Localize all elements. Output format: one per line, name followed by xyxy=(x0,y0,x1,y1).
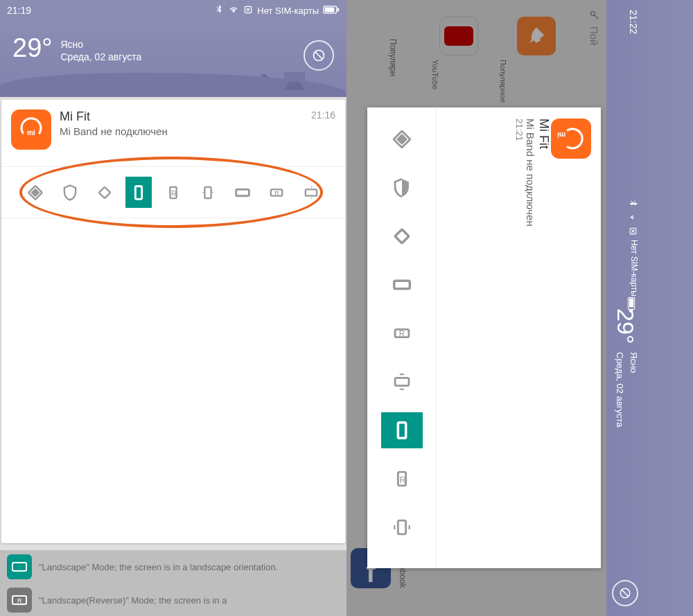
svg-text:R: R xyxy=(398,329,404,337)
date-text: Среда, 02 августа xyxy=(60,51,141,62)
notification-card[interactable]: mi Mi Fit Mi Band не подключен 21:16 xyxy=(1,100,345,543)
bluetooth-icon xyxy=(214,5,224,17)
landscape-reverse-mode-text: "Landscape(Reverse)" Mode; the screen is… xyxy=(39,595,227,606)
weather-condition: Ясно xyxy=(629,352,639,427)
weather-widget[interactable]: 29° Ясно Среда, 02 августа xyxy=(12,33,141,63)
svg-rect-4 xyxy=(337,8,340,11)
svg-rect-5 xyxy=(325,8,335,12)
temperature: 29° xyxy=(12,33,52,63)
weather-condition: Ясно xyxy=(60,39,141,50)
battery-icon xyxy=(624,301,639,308)
portrait-sensor-toggle[interactable] xyxy=(195,177,221,208)
wifi-icon xyxy=(228,4,239,17)
svg-rect-38 xyxy=(398,520,405,534)
svg-rect-13 xyxy=(98,186,109,197)
orientation-toggle-row: R R xyxy=(1,166,345,218)
no-sim-icon xyxy=(243,5,253,17)
landscape-screenshot: Популярн YouTube Популярное Пой f Facebo… xyxy=(346,0,693,616)
svg-rect-44 xyxy=(630,310,633,311)
status-time: 21:19 xyxy=(7,5,31,16)
svg-text:R: R xyxy=(274,189,279,196)
svg-text:R: R xyxy=(171,188,177,197)
sim-text: Нет SIM-карты xyxy=(624,240,639,297)
svg-line-47 xyxy=(622,590,629,597)
rotate-free-toggle[interactable] xyxy=(91,177,118,208)
svg-rect-31 xyxy=(394,281,410,288)
portrait-sensor-toggle[interactable] xyxy=(381,509,423,545)
background-list-peek: "Landscape" Mode; the screen is in a lan… xyxy=(0,550,346,616)
svg-text:R: R xyxy=(17,597,22,604)
portrait-screenshot: 21:19 Нет SIM-карты 29° Ясно Среда, 02 xyxy=(0,0,346,616)
no-sim-icon xyxy=(624,227,639,236)
bluetooth-icon xyxy=(624,198,639,208)
temperature: 29° xyxy=(612,308,639,344)
notification-shade-header: 29° Ясно Среда, 02 августа xyxy=(0,21,346,97)
notification-time: 21:16 xyxy=(311,109,335,121)
notification-title: Mi Fit xyxy=(60,109,303,124)
landscape-toggle[interactable] xyxy=(381,267,423,303)
notification-time: 21:21 xyxy=(514,118,525,557)
portrait-toggle[interactable] xyxy=(381,412,423,448)
status-bar: 21:19 Нет SIM-карты xyxy=(0,0,346,21)
svg-rect-30 xyxy=(394,229,408,243)
svg-text:mi: mi xyxy=(557,131,565,139)
landscape-reverse-mode-icon: R xyxy=(7,588,32,613)
guard-toggle[interactable] xyxy=(57,177,83,208)
landscape-reverse-toggle[interactable]: R xyxy=(381,315,423,351)
mifit-app-icon: mi xyxy=(11,109,51,150)
landscape-sensor-toggle[interactable] xyxy=(381,364,423,400)
notification-body: Mi Band не подключен xyxy=(525,118,536,557)
sim-text: Нет SIM-карты xyxy=(257,6,319,16)
rotate-free-toggle[interactable] xyxy=(381,218,423,254)
notification-title: Mi Fit xyxy=(536,118,551,554)
landscape-mode-icon xyxy=(7,554,32,579)
notification-shade-header-landscape: 21:22 Нет SIM-карты 29° xyxy=(606,0,693,616)
landscape-reverse-toggle[interactable]: R xyxy=(263,177,290,208)
battery-icon xyxy=(323,5,340,16)
clear-all-button[interactable] xyxy=(612,580,638,606)
guard-toggle[interactable] xyxy=(381,170,423,206)
svg-rect-21 xyxy=(306,189,317,195)
auto-rotate-toggle[interactable] xyxy=(22,177,49,208)
svg-rect-22 xyxy=(12,563,26,571)
portrait-reverse-toggle[interactable]: R xyxy=(381,461,423,497)
notification-card-landscape[interactable]: R R mi Mi Fit Mi Band не подключен 21:21 xyxy=(367,107,601,568)
clear-all-button[interactable] xyxy=(304,40,334,71)
date-text: Среда, 02 августа xyxy=(615,352,625,427)
svg-text:R: R xyxy=(399,475,405,485)
status-time: 21:22 xyxy=(624,10,639,34)
orientation-toggle-column: R R xyxy=(367,107,437,568)
mifit-app-icon: mi xyxy=(551,118,591,159)
landscape-toggle[interactable] xyxy=(229,177,256,208)
svg-rect-17 xyxy=(204,186,211,197)
svg-rect-45 xyxy=(629,298,633,307)
svg-rect-14 xyxy=(136,186,142,199)
auto-rotate-toggle[interactable] xyxy=(381,121,423,157)
notification-body: Mi Band не подключен xyxy=(60,125,303,137)
svg-text:mi: mi xyxy=(27,129,35,137)
portrait-reverse-toggle[interactable]: R xyxy=(160,177,186,208)
svg-rect-35 xyxy=(398,423,405,439)
landscape-sensor-toggle[interactable] xyxy=(298,177,324,208)
portrait-toggle[interactable] xyxy=(125,177,152,208)
svg-rect-18 xyxy=(236,189,249,195)
status-icons: Нет SIM-карты xyxy=(214,4,340,17)
svg-line-8 xyxy=(315,52,322,59)
svg-rect-34 xyxy=(395,378,409,385)
landscape-mode-text: "Landscape" Mode; the screen is in a lan… xyxy=(39,562,278,572)
wifi-icon xyxy=(624,212,639,222)
